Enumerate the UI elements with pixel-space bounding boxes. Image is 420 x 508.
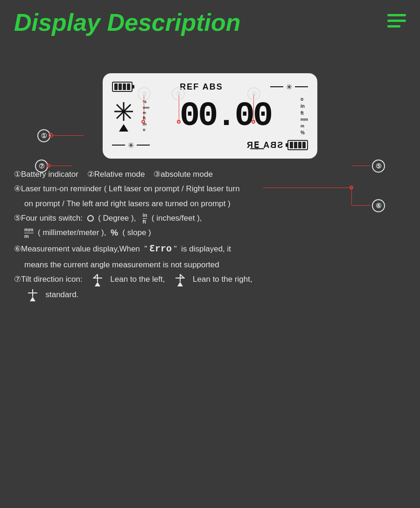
header: Display Description [0, 0, 420, 41]
callout-2: ② [138, 87, 151, 100]
unit-percent-icon: % [111, 228, 118, 237]
unit-percent-right: % [301, 129, 308, 136]
laser-indicator-bottom: ✳ [112, 141, 150, 150]
desc-5-slope: ( slope ) [122, 228, 151, 237]
digit-value: 00.00 [180, 97, 271, 135]
svg-line-8 [94, 274, 98, 278]
menu-line-2 [387, 20, 406, 22]
desc-row-5: ⑤Four units switch: ( Degree ), in ft ( … [14, 212, 406, 224]
desc-6-suffix: is displayed, it [181, 244, 231, 253]
desc-4-suffix: on prompt / The left and right lasers ar… [24, 199, 231, 208]
svg-marker-11 [177, 282, 183, 286]
ref-abs-reflected: SBA ͟Ǝ͟R [246, 140, 283, 150]
desc-1: ①Battery indicator [14, 170, 78, 179]
lcd-main: % mmm ft in o 00.00 o in ft mmm % [112, 96, 308, 136]
line-1 [51, 135, 84, 136]
reflected-row: SBA ͟Ǝ͟R [246, 140, 308, 150]
line-5 [352, 166, 371, 166]
page-title: Display Description [14, 9, 240, 36]
units-right-col: o in ft mmm % [301, 96, 308, 136]
battery-bar-1 [114, 84, 118, 90]
unit-mmm-icon: mm m [24, 227, 34, 239]
desc-7-left: Lean to the left, [110, 275, 165, 284]
menu-button[interactable] [387, 14, 406, 28]
desc-row-7b: standard. [14, 288, 406, 302]
desc-7-right: Lean to the right, [193, 275, 252, 284]
line-6-h2 [263, 188, 352, 188]
battery-indicator [112, 82, 133, 92]
menu-line-3 [387, 25, 400, 28]
svg-marker-15 [30, 297, 35, 301]
svg-marker-4 [119, 124, 128, 132]
desc-7-standard: standard. [45, 290, 78, 299]
tilt-display-icon [112, 100, 135, 132]
descriptions-section: ①Battery indicator ②Relative mode ③absol… [0, 159, 420, 317]
laser-line-left [270, 86, 283, 87]
desc-6-line2: means the current angle measurement is n… [24, 260, 219, 269]
desc-row-4b: on prompt / The left and right lasers ar… [14, 197, 406, 210]
desc-row-6b: means the current angle measurement is n… [14, 258, 406, 271]
unit-infeet-icon: in ft [143, 213, 147, 224]
callout-4: ④ [247, 87, 260, 100]
line-7 [49, 166, 72, 166]
battery-bar-2 [119, 84, 122, 90]
laser-line-bot-left [112, 145, 125, 146]
unit-degree-left: o [143, 127, 149, 133]
menu-line-1 [387, 14, 406, 16]
tilt-symbol-svg [112, 100, 135, 132]
laser-star-bottom: ✳ [128, 141, 134, 150]
desc-row-7: ⑦Tilt direction icon: Lean to the left, … [14, 273, 406, 286]
lcd-screen: REF ABS ✳ [103, 73, 317, 159]
dot-1 [49, 133, 53, 138]
line-6-v [351, 188, 352, 205]
desc-5-prefix: ⑤Four units switch: [14, 214, 83, 223]
lean-right-icon [174, 273, 187, 286]
callout-6: ⑥ [372, 199, 385, 212]
unit-mm-right: mmm [301, 117, 308, 129]
ref-abs-top: REF ABS [180, 82, 223, 92]
unit-degree-right: o [301, 96, 308, 103]
desc-2: ②Relative mode [87, 170, 145, 179]
desc-6-prefix: ⑥Measurement value display,When [14, 244, 140, 253]
unit-in-right: in [301, 103, 308, 110]
desc-5-degree: ( Degree ), [98, 214, 136, 223]
battery-reflected [287, 140, 308, 150]
battery-bar-4 [127, 84, 130, 90]
battery-bar-3 [123, 84, 126, 90]
line-6-h [352, 205, 371, 206]
desc-row-5b: mm m ( millimeter/meter ), % ( slope ) [14, 226, 406, 240]
unit-degree-icon [87, 215, 94, 222]
lean-left-icon [91, 273, 104, 286]
desc-7-prefix: ⑦Tilt direction icon: [14, 275, 83, 284]
display-section: ① ② ③ ④ ⑤ ⑥ ⑦ [0, 73, 420, 159]
battery-body [112, 82, 133, 92]
unit-ft-right: ft [301, 110, 308, 117]
digit-display: 00.00 [154, 99, 297, 133]
desc-5-mm: ( millimeter/meter ), [38, 228, 106, 237]
callout-7: ⑦ [35, 160, 48, 173]
laser-line-bot-right [137, 145, 150, 146]
laser-star-top: ✳ [286, 83, 292, 91]
callout-5: ⑤ [372, 160, 385, 173]
desc-row-1-3: ①Battery indicator ②Relative mode ③absol… [14, 168, 406, 181]
desc-row-6: ⑥Measurement value display,When " Ɛrro "… [14, 242, 406, 257]
svg-marker-7 [95, 282, 100, 286]
laser-line-right [295, 86, 308, 87]
desc-3: ③absolute mode [154, 170, 213, 179]
callout-3: ③ [172, 87, 185, 100]
desc-5-inches: ( inches/feet ), [152, 214, 202, 223]
standard-icon [26, 288, 39, 301]
desc-4-prefix: ④Laser turn-on reminder ( Left laser on … [14, 184, 240, 193]
laser-indicator-top: ✳ [270, 83, 308, 91]
display-wrapper: ① ② ③ ④ ⑤ ⑥ ⑦ [65, 73, 355, 159]
error-display: Ɛrro [149, 244, 172, 254]
lcd-bottom-row: ✳ SBA ͟Ǝ͟R [112, 140, 308, 150]
svg-line-12 [180, 274, 184, 278]
desc-row-4: ④Laser turn-on reminder ( Left laser on … [14, 182, 406, 195]
